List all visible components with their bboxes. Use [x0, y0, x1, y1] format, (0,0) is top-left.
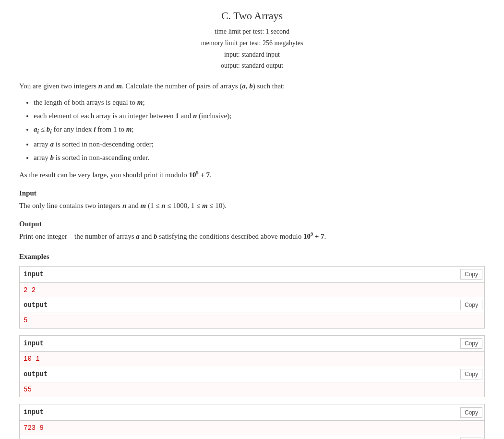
example-2-input-value: 10 1 [20, 352, 484, 366]
example-1-output-header-row: output Copy [20, 297, 484, 313]
example-1-input-label: input [20, 267, 458, 282]
modulo-note: As the result can be very large, you sho… [19, 169, 485, 181]
conditions-list: the length of both arrays is equal to m;… [34, 97, 485, 163]
example-3-output-header-row: output Copy [20, 435, 484, 439]
example-3-input-value: 723 9 [20, 421, 484, 435]
example-1-output-value: 5 [20, 313, 484, 328]
example-2-output-value: 55 [20, 382, 484, 397]
example-3-input-header-row: input Copy [20, 404, 484, 420]
intro-text: You are given two integers n and m. Calc… [19, 80, 485, 92]
example-1-input-header-row: input Copy [20, 267, 484, 282]
example-2-input-copy-button[interactable]: Copy [460, 338, 482, 349]
condition-5: array b is sorted in non-ascending order… [34, 152, 485, 163]
input-type: input: standard input [19, 49, 485, 61]
problem-title: C. Two Arrays [19, 10, 485, 22]
example-1-output-copy-button[interactable]: Copy [460, 300, 482, 310]
example-2-output-header-row: output Copy [20, 366, 484, 382]
example-3-output-label: output [20, 435, 458, 439]
examples-title: Examples [19, 251, 485, 262]
output-section-title: Output [19, 218, 485, 230]
condition-3: ai ≤ bi for any index i from 1 to m; [34, 123, 485, 136]
example-1: input Copy 2 2 output Copy 5 [19, 266, 485, 329]
example-2: input Copy 10 1 output Copy 55 [19, 335, 485, 398]
memory-limit: memory limit per test: 256 megabytes [19, 37, 485, 49]
example-2-output-copy-button[interactable]: Copy [460, 369, 482, 379]
input-section-title: Input [19, 187, 485, 199]
example-2-input-header-row: input Copy [20, 336, 484, 352]
example-1-input-copy-button[interactable]: Copy [460, 269, 482, 280]
output-section-text: Print one integer – the number of arrays… [19, 231, 485, 242]
example-1-output-label: output [20, 297, 458, 313]
example-3: input Copy 723 9 output Copy 157557417 [19, 404, 485, 439]
example-1-input-value: 2 2 [20, 283, 484, 297]
output-type: output: standard output [19, 60, 485, 72]
example-3-input-label: input [20, 404, 458, 420]
example-2-input-label: input [20, 336, 458, 351]
example-3-input-copy-button[interactable]: Copy [460, 407, 482, 418]
problem-body: You are given two integers n and m. Calc… [19, 80, 485, 439]
example-2-output-label: output [20, 366, 458, 382]
input-section-text: The only line contains two integers n an… [19, 200, 485, 211]
condition-1: the length of both arrays is equal to m; [34, 97, 485, 108]
problem-meta: time limit per test: 1 second memory lim… [19, 26, 485, 72]
condition-4: array a is sorted in non-descending orde… [34, 138, 485, 150]
time-limit: time limit per test: 1 second [19, 26, 485, 37]
condition-2: each element of each array is an integer… [34, 110, 485, 122]
